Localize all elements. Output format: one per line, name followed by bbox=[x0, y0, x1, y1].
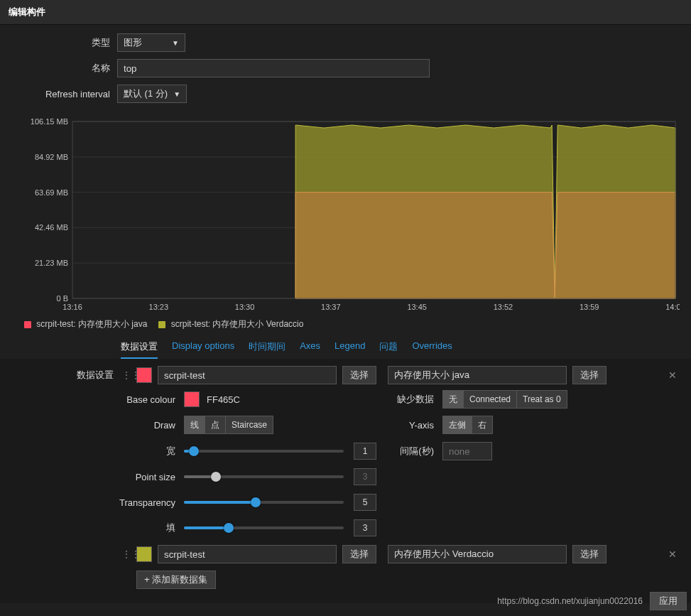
drag-handle-icon[interactable]: ⋮⋮ bbox=[122, 549, 131, 559]
add-dataset-button[interactable]: + 添加新数据集 bbox=[136, 571, 216, 589]
tab-problems[interactable]: 问题 bbox=[379, 340, 398, 359]
legend-item-java: scrpit-test: 内存使用大小 java bbox=[24, 318, 147, 330]
tab-legend[interactable]: Legend bbox=[334, 340, 365, 359]
draw-group: 线 点 Staircase bbox=[184, 416, 273, 434]
chart-area: 0 B21.23 MB42.46 MB63.69 MB84.92 MB106.1… bbox=[0, 116, 691, 333]
memory-chart: 0 B21.23 MB42.46 MB63.69 MB84.92 MB106.1… bbox=[9, 119, 680, 314]
dataset-metric-2[interactable] bbox=[388, 545, 567, 563]
slider-knob-icon[interactable] bbox=[189, 446, 199, 456]
legend-item-verdaccio: scrpit-test: 内存使用大小 Verdaccio bbox=[158, 318, 303, 330]
interval-input[interactable] bbox=[442, 442, 492, 460]
dataset-color-2[interactable] bbox=[136, 546, 152, 562]
svg-text:13:45: 13:45 bbox=[407, 303, 427, 311]
dataset-host-2[interactable] bbox=[158, 545, 337, 563]
slider-knob-icon[interactable] bbox=[211, 472, 221, 482]
draw-label: Draw bbox=[10, 420, 184, 431]
chart-legend: scrpit-test: 内存使用大小 java scrpit-test: 内存… bbox=[9, 318, 682, 330]
missing-data-group: 无 Connected Treat as 0 bbox=[442, 390, 567, 409]
svg-text:13:37: 13:37 bbox=[321, 303, 341, 311]
name-label: 名称 bbox=[0, 62, 117, 75]
drag-handle-icon[interactable]: ⋮⋮ bbox=[122, 370, 131, 380]
yaxis-right[interactable]: 右 bbox=[472, 416, 493, 434]
select-host-2[interactable]: 选择 bbox=[342, 545, 376, 563]
dataset-row-2: ⋮⋮ 选择 选择 ✕ bbox=[10, 545, 681, 563]
transparency-slider[interactable] bbox=[184, 501, 344, 504]
yaxis-label: Y-axis bbox=[383, 420, 437, 431]
svg-text:21.23 MB: 21.23 MB bbox=[35, 259, 68, 267]
tab-data[interactable]: 数据设置 bbox=[121, 340, 158, 359]
name-input[interactable] bbox=[117, 59, 430, 77]
svg-text:0 B: 0 B bbox=[56, 294, 68, 303]
svg-text:13:16: 13:16 bbox=[62, 303, 82, 311]
draw-staircase[interactable]: Staircase bbox=[226, 416, 273, 434]
footer: https://blog.csdn.net/xujianjun0022016 应… bbox=[497, 592, 687, 610]
tab-display[interactable]: Display options bbox=[172, 340, 234, 359]
settings-tabs: 数据设置 Display options 时间期间 Axes Legend 问题… bbox=[0, 333, 691, 359]
refresh-select[interactable]: 默认 (1 分) ▼ bbox=[117, 85, 187, 103]
chevron-down-icon: ▼ bbox=[173, 90, 180, 98]
slider-knob-icon[interactable] bbox=[224, 523, 234, 533]
missing-none[interactable]: 无 bbox=[442, 390, 464, 409]
dataset-color-1[interactable] bbox=[136, 367, 152, 383]
fill-slider[interactable] bbox=[184, 526, 344, 529]
draw-line[interactable]: 线 bbox=[184, 416, 205, 434]
type-select[interactable]: 图形 ▼ bbox=[117, 33, 185, 52]
legend-label-java: scrpit-test: 内存使用大小 java bbox=[36, 319, 147, 329]
editor-title: 编辑构件 bbox=[0, 0, 691, 25]
svg-text:42.46 MB: 42.46 MB bbox=[35, 223, 68, 232]
dataset-host-1[interactable] bbox=[158, 366, 337, 384]
transparency-value[interactable] bbox=[354, 494, 376, 511]
select-host-1[interactable]: 选择 bbox=[342, 366, 376, 384]
draw-point[interactable]: 点 bbox=[205, 416, 226, 434]
legend-swatch-verdaccio bbox=[158, 321, 165, 328]
select-metric-1[interactable]: 选择 bbox=[572, 366, 606, 384]
tab-overrides[interactable]: Overrides bbox=[412, 340, 452, 359]
base-colour-swatch[interactable] bbox=[184, 391, 200, 407]
tab-time[interactable]: 时间期间 bbox=[249, 340, 285, 359]
dataset-row-1: 数据设置 ⋮⋮ 选择 选择 ✕ bbox=[10, 366, 681, 384]
refresh-select-value: 默认 (1 分) bbox=[124, 87, 168, 100]
svg-text:14:06: 14:06 bbox=[665, 303, 680, 311]
type-select-value: 图形 bbox=[124, 36, 142, 49]
slider-knob-icon[interactable] bbox=[251, 497, 261, 507]
missing-label: 缺少数据 bbox=[383, 393, 437, 406]
legend-label-verdaccio: scrpit-test: 内存使用大小 Verdaccio bbox=[171, 319, 304, 329]
dataset-metric-1[interactable] bbox=[388, 366, 567, 384]
interval-label: 间隔(秒) bbox=[383, 445, 437, 458]
top-form: 类型 图形 ▼ 名称 Refresh interval 默认 (1 分) ▼ bbox=[0, 25, 691, 116]
close-icon[interactable]: ✕ bbox=[664, 369, 681, 381]
type-label: 类型 bbox=[0, 36, 117, 49]
settings-panel: 数据设置 ⋮⋮ 选择 选择 ✕ Base colour FF465C 缺少数据 … bbox=[0, 359, 691, 603]
svg-text:13:30: 13:30 bbox=[235, 303, 255, 311]
legend-swatch-java bbox=[24, 321, 31, 328]
add-dataset-row: + 添加新数据集 bbox=[10, 571, 681, 589]
svg-text:84.92 MB: 84.92 MB bbox=[35, 153, 68, 161]
width-slider[interactable] bbox=[184, 450, 344, 453]
svg-text:13:59: 13:59 bbox=[580, 303, 599, 311]
select-metric-2[interactable]: 选择 bbox=[572, 545, 606, 563]
yaxis-group: 左侧 右 bbox=[442, 416, 493, 434]
refresh-label: Refresh interval bbox=[0, 89, 117, 99]
missing-treat0[interactable]: Treat as 0 bbox=[517, 390, 567, 409]
data-section-label: 数据设置 bbox=[10, 369, 116, 382]
base-colour-value: FF465C bbox=[207, 394, 240, 405]
pointsize-slider[interactable] bbox=[184, 475, 344, 478]
pointsize-value bbox=[354, 468, 376, 485]
yaxis-left[interactable]: 左侧 bbox=[442, 416, 472, 434]
svg-text:106.15 MB: 106.15 MB bbox=[31, 119, 68, 126]
svg-text:13:23: 13:23 bbox=[149, 303, 169, 311]
missing-connected[interactable]: Connected bbox=[464, 390, 517, 409]
svg-text:63.69 MB: 63.69 MB bbox=[35, 188, 68, 197]
apply-button[interactable]: 应用 bbox=[650, 592, 687, 610]
base-colour-label: Base colour bbox=[10, 394, 184, 405]
chevron-down-icon: ▼ bbox=[172, 39, 179, 47]
close-icon[interactable]: ✕ bbox=[664, 549, 681, 560]
fill-value[interactable] bbox=[354, 519, 376, 536]
width-value[interactable] bbox=[354, 443, 376, 460]
svg-text:13:52: 13:52 bbox=[494, 303, 513, 311]
tab-axes[interactable]: Axes bbox=[300, 340, 320, 359]
fill-label: 填 bbox=[10, 522, 184, 534]
pointsize-label: Point size bbox=[10, 472, 184, 482]
width-label: 宽 bbox=[10, 445, 184, 458]
transparency-label: Transparency bbox=[10, 497, 184, 508]
